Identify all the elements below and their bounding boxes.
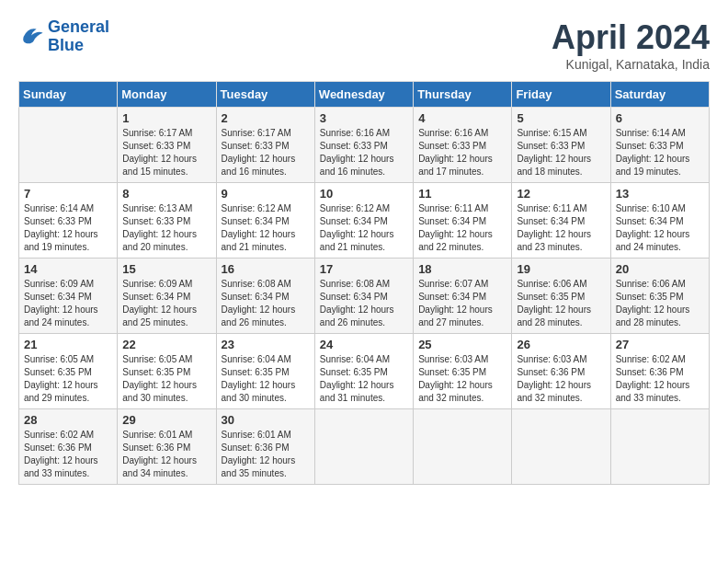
day-info: Sunrise: 6:10 AMSunset: 6:34 PMDaylight:… — [616, 202, 704, 254]
day-cell: 10Sunrise: 6:12 AMSunset: 6:34 PMDayligh… — [314, 183, 413, 259]
day-number: 16 — [222, 262, 310, 276]
day-number: 28 — [24, 413, 112, 427]
day-info: Sunrise: 6:04 AMSunset: 6:35 PMDaylight:… — [320, 353, 408, 405]
day-number: 20 — [616, 262, 704, 276]
day-cell: 29Sunrise: 6:01 AMSunset: 6:36 PMDayligh… — [118, 409, 216, 485]
week-row-5: 28Sunrise: 6:02 AMSunset: 6:36 PMDayligh… — [19, 409, 710, 485]
week-row-2: 7Sunrise: 6:14 AMSunset: 6:33 PMDaylight… — [19, 183, 710, 259]
day-cell: 14Sunrise: 6:09 AMSunset: 6:34 PMDayligh… — [19, 259, 118, 334]
day-number: 17 — [320, 262, 408, 276]
day-cell — [512, 409, 610, 485]
day-info: Sunrise: 6:03 AMSunset: 6:35 PMDaylight:… — [418, 353, 506, 405]
day-cell: 7Sunrise: 6:14 AMSunset: 6:33 PMDaylight… — [19, 183, 118, 259]
day-info: Sunrise: 6:13 AMSunset: 6:33 PMDaylight:… — [122, 202, 210, 254]
day-cell — [610, 409, 709, 485]
day-info: Sunrise: 6:12 AMSunset: 6:34 PMDaylight:… — [222, 202, 310, 254]
col-sunday: Sunday — [19, 82, 118, 108]
day-cell: 24Sunrise: 6:04 AMSunset: 6:35 PMDayligh… — [314, 334, 413, 409]
day-cell: 3Sunrise: 6:16 AMSunset: 6:33 PMDaylight… — [314, 108, 413, 183]
day-cell: 28Sunrise: 6:02 AMSunset: 6:36 PMDayligh… — [19, 409, 118, 485]
day-number: 2 — [222, 111, 310, 125]
day-number: 9 — [222, 187, 310, 201]
day-number: 25 — [418, 338, 506, 351]
day-number: 29 — [122, 413, 210, 427]
day-cell: 13Sunrise: 6:10 AMSunset: 6:34 PMDayligh… — [610, 183, 709, 259]
day-info: Sunrise: 6:12 AMSunset: 6:34 PMDaylight:… — [320, 202, 408, 254]
logo-text: GeneralBlue — [48, 18, 109, 55]
page-header: GeneralBlue April 2024 Kunigal, Karnatak… — [18, 18, 710, 72]
day-info: Sunrise: 6:06 AMSunset: 6:35 PMDaylight:… — [517, 278, 605, 329]
col-friday: Friday — [512, 82, 610, 108]
logo-bird-icon — [18, 24, 44, 50]
day-number: 7 — [24, 187, 112, 201]
day-cell: 20Sunrise: 6:06 AMSunset: 6:35 PMDayligh… — [610, 259, 709, 334]
day-cell: 19Sunrise: 6:06 AMSunset: 6:35 PMDayligh… — [512, 259, 610, 334]
day-cell: 30Sunrise: 6:01 AMSunset: 6:36 PMDayligh… — [216, 409, 314, 485]
day-info: Sunrise: 6:08 AMSunset: 6:34 PMDaylight:… — [320, 278, 408, 329]
day-cell: 21Sunrise: 6:05 AMSunset: 6:35 PMDayligh… — [19, 334, 118, 409]
day-number: 24 — [320, 338, 408, 351]
day-cell: 8Sunrise: 6:13 AMSunset: 6:33 PMDaylight… — [118, 183, 216, 259]
day-info: Sunrise: 6:02 AMSunset: 6:36 PMDaylight:… — [24, 429, 112, 480]
day-cell: 15Sunrise: 6:09 AMSunset: 6:34 PMDayligh… — [118, 259, 216, 334]
day-info: Sunrise: 6:16 AMSunset: 6:33 PMDaylight:… — [418, 127, 506, 178]
day-number: 10 — [320, 187, 408, 201]
day-cell: 1Sunrise: 6:17 AMSunset: 6:33 PMDaylight… — [118, 108, 216, 183]
day-info: Sunrise: 6:04 AMSunset: 6:35 PMDaylight:… — [222, 353, 310, 405]
day-info: Sunrise: 6:08 AMSunset: 6:34 PMDaylight:… — [222, 278, 310, 329]
header-row: Sunday Monday Tuesday Wednesday Thursday… — [19, 82, 710, 108]
day-info: Sunrise: 6:06 AMSunset: 6:35 PMDaylight:… — [616, 278, 704, 329]
day-number: 27 — [616, 338, 704, 351]
day-number: 4 — [418, 111, 506, 125]
week-row-4: 21Sunrise: 6:05 AMSunset: 6:35 PMDayligh… — [19, 334, 710, 409]
day-info: Sunrise: 6:05 AMSunset: 6:35 PMDaylight:… — [24, 353, 112, 405]
day-info: Sunrise: 6:05 AMSunset: 6:35 PMDaylight:… — [122, 353, 210, 405]
day-number: 11 — [418, 187, 506, 201]
day-cell — [314, 409, 413, 485]
day-info: Sunrise: 6:07 AMSunset: 6:34 PMDaylight:… — [418, 278, 506, 329]
day-number: 22 — [122, 338, 210, 351]
location: Kunigal, Karnataka, India — [552, 57, 710, 72]
day-number: 8 — [122, 187, 210, 201]
day-number: 19 — [517, 262, 605, 276]
day-number: 14 — [24, 262, 112, 276]
logo: GeneralBlue — [18, 18, 109, 55]
day-cell: 22Sunrise: 6:05 AMSunset: 6:35 PMDayligh… — [118, 334, 216, 409]
day-info: Sunrise: 6:09 AMSunset: 6:34 PMDaylight:… — [24, 278, 112, 329]
day-cell: 12Sunrise: 6:11 AMSunset: 6:34 PMDayligh… — [512, 183, 610, 259]
day-info: Sunrise: 6:14 AMSunset: 6:33 PMDaylight:… — [616, 127, 704, 178]
day-number: 6 — [616, 111, 704, 125]
calendar-header: Sunday Monday Tuesday Wednesday Thursday… — [19, 82, 710, 108]
week-row-3: 14Sunrise: 6:09 AMSunset: 6:34 PMDayligh… — [19, 259, 710, 334]
day-cell: 18Sunrise: 6:07 AMSunset: 6:34 PMDayligh… — [414, 259, 512, 334]
day-info: Sunrise: 6:11 AMSunset: 6:34 PMDaylight:… — [418, 202, 506, 254]
day-number: 26 — [517, 338, 605, 351]
col-thursday: Thursday — [414, 82, 512, 108]
day-cell: 27Sunrise: 6:02 AMSunset: 6:36 PMDayligh… — [610, 334, 709, 409]
day-cell: 9Sunrise: 6:12 AMSunset: 6:34 PMDaylight… — [216, 183, 314, 259]
day-info: Sunrise: 6:02 AMSunset: 6:36 PMDaylight:… — [616, 353, 704, 405]
day-cell — [19, 108, 118, 183]
calendar-body: 1Sunrise: 6:17 AMSunset: 6:33 PMDaylight… — [19, 108, 710, 485]
day-number: 18 — [418, 262, 506, 276]
day-info: Sunrise: 6:15 AMSunset: 6:33 PMDaylight:… — [517, 127, 605, 178]
day-cell: 25Sunrise: 6:03 AMSunset: 6:35 PMDayligh… — [414, 334, 512, 409]
day-cell: 5Sunrise: 6:15 AMSunset: 6:33 PMDaylight… — [512, 108, 610, 183]
month-title: April 2024 — [552, 18, 710, 57]
day-info: Sunrise: 6:09 AMSunset: 6:34 PMDaylight:… — [122, 278, 210, 329]
calendar-table: Sunday Monday Tuesday Wednesday Thursday… — [18, 81, 710, 485]
day-cell: 26Sunrise: 6:03 AMSunset: 6:36 PMDayligh… — [512, 334, 610, 409]
day-cell: 17Sunrise: 6:08 AMSunset: 6:34 PMDayligh… — [314, 259, 413, 334]
title-block: April 2024 Kunigal, Karnataka, India — [552, 18, 710, 72]
day-info: Sunrise: 6:14 AMSunset: 6:33 PMDaylight:… — [24, 202, 112, 254]
day-info: Sunrise: 6:17 AMSunset: 6:33 PMDaylight:… — [222, 127, 310, 178]
day-cell: 11Sunrise: 6:11 AMSunset: 6:34 PMDayligh… — [414, 183, 512, 259]
day-info: Sunrise: 6:03 AMSunset: 6:36 PMDaylight:… — [517, 353, 605, 405]
day-number: 12 — [517, 187, 605, 201]
day-cell: 23Sunrise: 6:04 AMSunset: 6:35 PMDayligh… — [216, 334, 314, 409]
week-row-1: 1Sunrise: 6:17 AMSunset: 6:33 PMDaylight… — [19, 108, 710, 183]
col-wednesday: Wednesday — [314, 82, 413, 108]
day-number: 5 — [517, 111, 605, 125]
day-cell: 2Sunrise: 6:17 AMSunset: 6:33 PMDaylight… — [216, 108, 314, 183]
day-info: Sunrise: 6:11 AMSunset: 6:34 PMDaylight:… — [517, 202, 605, 254]
